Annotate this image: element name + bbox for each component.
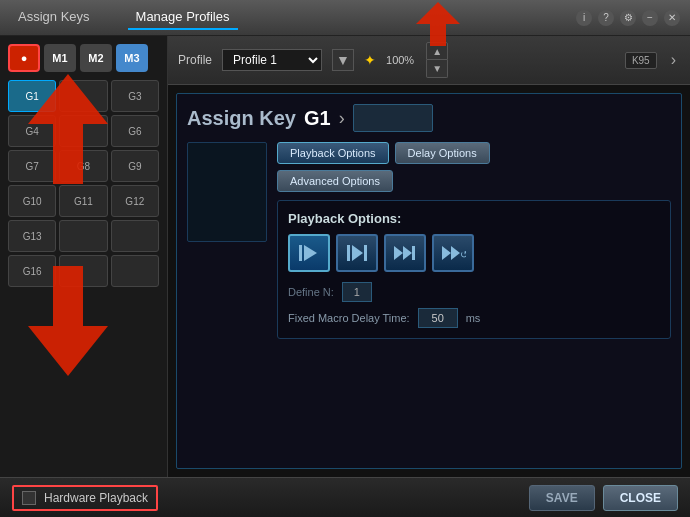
main-content: ● M1 M2 M3 G1 G3 G4 G6 G7 G8 G9 G10 G11 …	[0, 36, 690, 477]
options-panel: Playback Options Delay Options Advanced …	[277, 142, 671, 339]
assign-key-header: Assign Key G1 ›	[187, 104, 671, 132]
right-panel: Profile Profile 1 ▼ ✦ 100% ▲ ▼ K95 › Ass	[168, 36, 690, 477]
footer-buttons: SAVE CLOSE	[529, 485, 678, 511]
svg-marker-6	[352, 245, 363, 261]
nav-right-arrow[interactable]: ›	[667, 51, 680, 69]
profile-label: Profile	[178, 53, 212, 67]
help-icon[interactable]: ?	[598, 10, 614, 26]
play-repeat-icon	[345, 242, 369, 264]
playback-btn-fast-forward[interactable]	[384, 234, 426, 272]
key-empty-5	[59, 255, 107, 287]
profile-dropdown-arrow[interactable]: ▼	[332, 49, 354, 71]
svg-marker-12	[451, 246, 460, 260]
key-g6[interactable]: G6	[111, 115, 159, 147]
tab-manage-profiles[interactable]: Manage Profiles	[128, 5, 238, 30]
advanced-options-btn[interactable]: Advanced Options	[277, 170, 393, 192]
settings-icon[interactable]: ⚙	[620, 10, 636, 26]
mode-buttons: ● M1 M2 M3	[8, 44, 159, 72]
hardware-playback-container: Hardware Playback	[12, 485, 158, 511]
svg-rect-5	[347, 245, 350, 261]
close-icon[interactable]: ✕	[664, 10, 680, 26]
key-grid: G1 G3 G4 G6 G7 G8 G9 G10 G11 G12 G13 G16	[8, 80, 159, 287]
playback-btn-play-once[interactable]	[288, 234, 330, 272]
profile-select[interactable]: Profile 1	[222, 49, 322, 71]
device-badge: K95	[625, 52, 657, 69]
assign-key-arrow-icon: ›	[339, 108, 345, 129]
play-once-icon	[297, 242, 321, 264]
playback-options-btn[interactable]: Playback Options	[277, 142, 389, 164]
svg-marker-8	[394, 246, 403, 260]
key-g4[interactable]: G4	[8, 115, 56, 147]
key-empty-2	[59, 115, 107, 147]
brightness-percent: 100%	[386, 54, 414, 66]
mode-btn-m3[interactable]: M3	[116, 44, 148, 72]
fixed-delay-label: Fixed Macro Delay Time:	[288, 312, 410, 324]
key-g13[interactable]: G13	[8, 220, 56, 252]
brightness-up-arrow[interactable]: ▲	[426, 42, 448, 60]
title-tabs: Assign Keys Manage Profiles	[10, 5, 238, 30]
close-button[interactable]: CLOSE	[603, 485, 678, 511]
window-controls: i ? ⚙ − ✕	[576, 10, 680, 26]
footer-bar: Hardware Playback SAVE CLOSE	[0, 477, 690, 517]
key-g7[interactable]: G7	[8, 150, 56, 182]
tab-assign-keys[interactable]: Assign Keys	[10, 5, 98, 30]
playback-options-box: Playback Options:	[277, 200, 671, 339]
assign-key-area: Assign Key G1 › Playback Options Delay O…	[176, 93, 682, 469]
svg-text:↺: ↺	[460, 249, 466, 260]
define-n-label: Define N:	[288, 286, 334, 298]
key-g10[interactable]: G10	[8, 185, 56, 217]
playback-btn-loop[interactable]: ↺	[432, 234, 474, 272]
key-empty-6	[111, 255, 159, 287]
playback-btn-play-repeat[interactable]	[336, 234, 378, 272]
key-empty-3	[59, 220, 107, 252]
define-n-input[interactable]: 1	[342, 282, 372, 302]
svg-rect-10	[412, 246, 415, 260]
brightness-icon: ✦	[364, 52, 376, 68]
fixed-delay-input[interactable]	[418, 308, 458, 328]
hardware-playback-checkbox[interactable]	[22, 491, 36, 505]
svg-rect-3	[299, 245, 302, 261]
minimize-icon[interactable]: −	[642, 10, 658, 26]
key-g1[interactable]: G1	[8, 80, 56, 112]
svg-marker-4	[304, 245, 317, 261]
svg-rect-7	[364, 245, 367, 261]
fixed-delay-row: Fixed Macro Delay Time: ms	[288, 308, 660, 328]
key-g8[interactable]: G8	[59, 150, 107, 182]
options-row: Playback Options Delay Options	[277, 142, 671, 164]
key-g11[interactable]: G11	[59, 185, 107, 217]
brightness-down-arrow[interactable]: ▼	[426, 60, 448, 78]
key-empty-4	[111, 220, 159, 252]
fixed-delay-unit: ms	[466, 312, 481, 324]
info-icon[interactable]: i	[576, 10, 592, 26]
sidebar: ● M1 M2 M3 G1 G3 G4 G6 G7 G8 G9 G10 G11 …	[0, 36, 168, 477]
key-g16[interactable]: G16	[8, 255, 56, 287]
key-empty-1	[59, 80, 107, 112]
svg-marker-11	[442, 246, 451, 260]
save-button[interactable]: SAVE	[529, 485, 595, 511]
playback-icons-row: ↺	[288, 234, 660, 272]
mode-btn-m2[interactable]: M2	[80, 44, 112, 72]
key-g3[interactable]: G3	[111, 80, 159, 112]
profile-bar: Profile Profile 1 ▼ ✦ 100% ▲ ▼ K95 ›	[168, 36, 690, 85]
assign-key-body: Playback Options Delay Options Advanced …	[187, 142, 671, 339]
mode-btn-m1[interactable]: M1	[44, 44, 76, 72]
delay-options-btn[interactable]: Delay Options	[395, 142, 490, 164]
svg-marker-9	[403, 246, 412, 260]
assign-key-input[interactable]	[353, 104, 433, 132]
key-g12[interactable]: G12	[111, 185, 159, 217]
title-bar: Assign Keys Manage Profiles i ? ⚙ − ✕	[0, 0, 690, 36]
define-n-row: Define N: 1	[288, 282, 660, 302]
hardware-playback-label: Hardware Playback	[44, 491, 148, 505]
fast-forward-icon	[392, 242, 418, 264]
key-g9[interactable]: G9	[111, 150, 159, 182]
loop-icon: ↺	[440, 242, 466, 264]
macro-preview	[187, 142, 267, 242]
assign-key-title: Assign Key	[187, 107, 296, 130]
playback-title: Playback Options:	[288, 211, 660, 226]
mode-btn-record[interactable]: ●	[8, 44, 40, 72]
assign-key-name: G1	[304, 107, 331, 130]
